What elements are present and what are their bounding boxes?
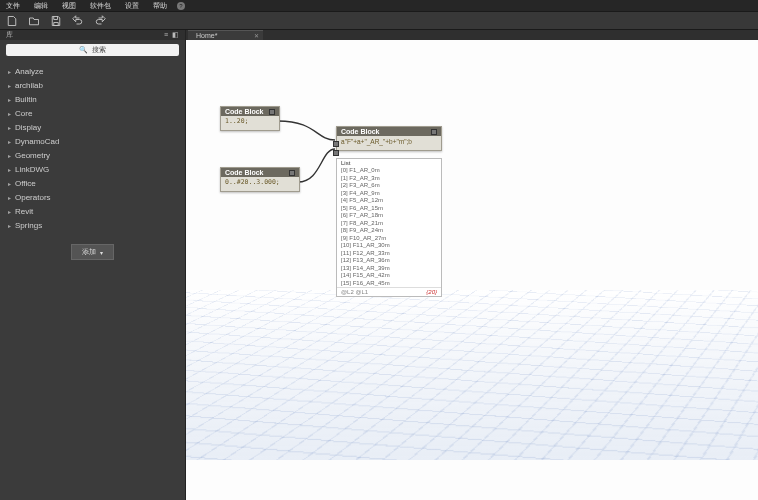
lib-label: LinkDWG <box>15 165 49 174</box>
lib-item-core[interactable]: ▸Core <box>0 106 185 120</box>
chevron-right-icon: ▸ <box>8 152 11 159</box>
lib-item-linkdwg[interactable]: ▸LinkDWG <box>0 162 185 176</box>
output-row: [8] F9_AR_24m <box>337 227 441 235</box>
chevron-right-icon: ▸ <box>8 82 11 89</box>
library-header: 库 ≡ ◧ <box>0 30 185 40</box>
menu-view[interactable]: 视图 <box>62 1 76 11</box>
tab-home[interactable]: Home* ✕ <box>188 30 263 40</box>
output-row: [2] F3_AR_6m <box>337 182 441 190</box>
output-row: [15] F16_AR_45m <box>337 280 441 288</box>
output-port[interactable] <box>289 170 295 176</box>
output-header: List <box>337 159 441 167</box>
open-folder-icon[interactable] <box>28 15 40 27</box>
input-port-a[interactable] <box>333 141 339 147</box>
code-block-node-3[interactable]: Code Block a "F"+a+"_AR_"+b+"m"; b <box>336 126 442 151</box>
lib-label: Builtin <box>15 95 37 104</box>
app-root: 文件 编辑 视图 软件包 设置 帮助 ? 库 ≡ ◧ 🔍 <box>0 0 758 500</box>
menu-file[interactable]: 文件 <box>6 1 20 11</box>
library-panel: 库 ≡ ◧ 🔍 搜索 ▸Analyze ▸archilab ▸Builtin ▸… <box>0 30 186 500</box>
output-row: [12] F13_AR_36m <box>337 257 441 265</box>
lib-label: Core <box>15 109 32 118</box>
chevron-right-icon: ▸ <box>8 110 11 117</box>
lib-label: Analyze <box>15 67 43 76</box>
chevron-right-icon: ▸ <box>8 208 11 215</box>
close-icon[interactable]: ✕ <box>254 32 259 39</box>
output-row: [4] F5_AR_12m <box>337 197 441 205</box>
node-code[interactable]: 1..20; <box>221 116 279 130</box>
node-title: Code Block <box>341 128 380 135</box>
code-text: "F"+a+"_AR_"+b+"m"; <box>345 138 409 146</box>
search-icon: 🔍 <box>79 46 88 54</box>
output-row: [11] F12_AR_33m <box>337 250 441 258</box>
menu-edit[interactable]: 编辑 <box>34 1 48 11</box>
lib-label: Office <box>15 179 36 188</box>
output-row: [14] F15_AR_42m <box>337 272 441 280</box>
menu-settings[interactable]: 设置 <box>125 1 139 11</box>
output-row: [13] F14_AR_39m <box>337 265 441 273</box>
menu-help[interactable]: 帮助 <box>153 1 167 11</box>
lib-label: Springs <box>15 221 42 230</box>
output-row: [6] F7_AR_18m <box>337 212 441 220</box>
output-row: [0] F1_AR_0m <box>337 167 441 175</box>
lib-label: Geometry <box>15 151 50 160</box>
output-row: [5] F6_AR_15m <box>337 205 441 213</box>
lib-item-analyze[interactable]: ▸Analyze <box>0 64 185 78</box>
lib-item-springs[interactable]: ▸Springs <box>0 218 185 232</box>
chevron-right-icon: ▸ <box>8 194 11 201</box>
input-port-b[interactable] <box>333 150 339 156</box>
node-code[interactable]: 0..#20..3.000; <box>221 177 299 191</box>
output-preview-panel[interactable]: List [0] F1_AR_0m [1] F2_AR_3m [2] F3_AR… <box>336 158 442 297</box>
workspace: Home* ✕ Code Block 1..20; <box>186 30 758 500</box>
node-title: Code Block <box>225 169 264 176</box>
lib-item-office[interactable]: ▸Office <box>0 176 185 190</box>
search-placeholder: 搜索 <box>92 45 106 55</box>
lib-item-archilab[interactable]: ▸archilab <box>0 78 185 92</box>
add-label: 添加 <box>82 247 96 257</box>
chevron-right-icon: ▸ <box>8 124 11 131</box>
code-block-node-1[interactable]: Code Block 1..20; <box>220 106 280 131</box>
lib-label: DynamoCad <box>15 137 59 146</box>
lib-item-dynamocad[interactable]: ▸DynamoCad <box>0 134 185 148</box>
lib-item-geometry[interactable]: ▸Geometry <box>0 148 185 162</box>
chevron-right-icon: ▸ <box>8 180 11 187</box>
output-row: [9] F10_AR_27m <box>337 235 441 243</box>
search-input[interactable]: 🔍 搜索 <box>6 44 179 56</box>
new-file-icon[interactable] <box>6 15 18 27</box>
redo-icon[interactable] <box>94 15 106 27</box>
output-row: [10] F11_AR_30m <box>337 242 441 250</box>
menu-packages[interactable]: 软件包 <box>90 1 111 11</box>
tab-bar: Home* ✕ <box>186 30 758 40</box>
chevron-right-icon: ▸ <box>8 166 11 173</box>
chevron-right-icon: ▸ <box>8 222 11 229</box>
node-title: Code Block <box>225 108 264 115</box>
lib-item-builtin[interactable]: ▸Builtin <box>0 92 185 106</box>
code-block-node-2[interactable]: Code Block 0..#20..3.000; <box>220 167 300 192</box>
chevron-down-icon: ▾ <box>100 249 103 256</box>
output-level: @L2 @L1 <box>341 289 368 295</box>
graph-canvas[interactable]: Code Block 1..20; Code Block 0..#20..3.0… <box>186 40 758 500</box>
save-icon[interactable] <box>50 15 62 27</box>
undo-icon[interactable] <box>72 15 84 27</box>
lib-item-display[interactable]: ▸Display <box>0 120 185 134</box>
lib-item-revit[interactable]: ▸Revit <box>0 204 185 218</box>
library-title: 库 <box>6 30 13 40</box>
lib-item-operators[interactable]: ▸Operators <box>0 190 185 204</box>
output-count: {20} <box>426 289 437 295</box>
list-view-icon[interactable]: ≡ <box>164 31 168 39</box>
help-icon[interactable]: ? <box>177 2 185 10</box>
expand-icon[interactable]: ◧ <box>172 31 179 39</box>
chevron-right-icon: ▸ <box>8 138 11 145</box>
output-row: [1] F2_AR_3m <box>337 175 441 183</box>
chevron-right-icon: ▸ <box>8 96 11 103</box>
toolbar <box>0 11 758 30</box>
lib-label: archilab <box>15 81 43 90</box>
port-label-b: b <box>408 138 412 146</box>
lib-label: Display <box>15 123 41 132</box>
node-code[interactable]: a "F"+a+"_AR_"+b+"m"; b <box>337 136 441 150</box>
output-port[interactable] <box>431 129 437 135</box>
output-port[interactable] <box>269 109 275 115</box>
add-button[interactable]: 添加 ▾ <box>71 244 114 260</box>
output-rows: [0] F1_AR_0m [1] F2_AR_3m [2] F3_AR_6m [… <box>337 167 441 287</box>
chevron-right-icon: ▸ <box>8 68 11 75</box>
background-grid <box>186 290 758 460</box>
